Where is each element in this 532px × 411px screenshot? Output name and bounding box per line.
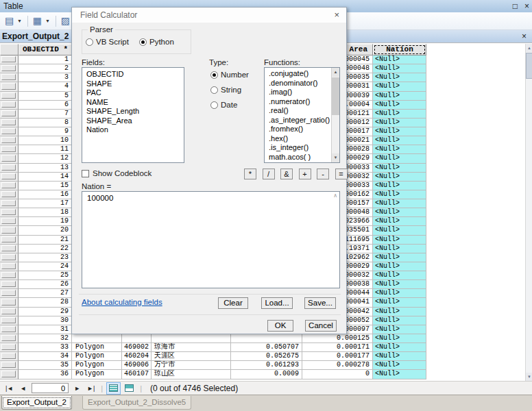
dialog-titlebar[interactable]: Field Calculator × <box>72 8 346 23</box>
cell-nation[interactable]: <Null> <box>373 245 426 253</box>
cell-nation[interactable]: <Null> <box>373 208 426 217</box>
row-selector[interactable] <box>0 64 19 73</box>
cell-nation[interactable]: <Null> <box>373 182 426 190</box>
cell-name[interactable] <box>152 334 231 343</box>
scroll-down-icon[interactable]: ▼ <box>332 153 339 162</box>
cell-shape[interactable] <box>72 334 122 343</box>
cell-pac[interactable] <box>122 334 152 343</box>
function-item[interactable]: .real() <box>265 106 332 116</box>
save-button[interactable]: Save... <box>304 297 336 309</box>
header-objectid[interactable]: OBJECTID * <box>19 44 72 55</box>
cell-objectid[interactable]: 16 <box>19 190 72 199</box>
cell-objectid[interactable]: 3 <box>19 73 72 82</box>
cell-pac[interactable]: 469006 <box>122 361 152 370</box>
cell-nation[interactable]: <Null> <box>373 119 426 127</box>
cell-objectid[interactable]: 28 <box>19 298 72 307</box>
equals-operator-button[interactable]: = <box>335 169 348 179</box>
cell-nation[interactable]: <Null> <box>373 343 426 352</box>
row-selector[interactable] <box>0 190 19 199</box>
cell-nation[interactable]: <Null> <box>373 73 426 82</box>
cell-nation[interactable]: <Null> <box>373 236 426 245</box>
maximize-icon[interactable]: □ <box>513 0 518 12</box>
cell-objectid[interactable]: 9 <box>19 127 72 136</box>
cell-nation[interactable]: <Null> <box>373 280 426 289</box>
multiply-operator-button[interactable]: * <box>244 169 256 179</box>
cell-objectid[interactable]: 25 <box>19 271 72 280</box>
cell-area[interactable]: 0.000125 <box>302 334 373 343</box>
cell-objectid[interactable]: 22 <box>19 245 72 253</box>
divide-operator-button[interactable]: / <box>263 169 275 179</box>
row-selector[interactable] <box>0 253 19 262</box>
vertical-scrollbar[interactable]: ▲ ▼ <box>525 44 532 381</box>
row-selector[interactable] <box>0 164 19 173</box>
show-all-records-button[interactable] <box>106 382 121 395</box>
sheet-tab-2[interactable]: Export_Output_2_Dissolve5 <box>82 396 191 410</box>
dialog-close-icon[interactable]: × <box>334 10 339 20</box>
field-item[interactable]: SHAPE <box>82 79 184 89</box>
cell-objectid[interactable]: 21 <box>19 236 72 245</box>
row-selector[interactable] <box>0 55 19 64</box>
last-record-button[interactable]: ►| <box>84 382 98 395</box>
cell-area[interactable]: 0.000177 <box>302 352 373 361</box>
row-selector[interactable] <box>0 154 19 163</box>
cell-area[interactable]: 0.000171 <box>302 343 373 352</box>
about-calculating-fields-link[interactable]: About calculating fields <box>82 298 162 306</box>
cell-name[interactable]: 万宁市 <box>152 361 231 370</box>
row-selector[interactable] <box>0 370 19 379</box>
row-selector[interactable] <box>0 92 19 101</box>
cell-objectid[interactable]: 27 <box>19 289 72 298</box>
current-record-input[interactable]: 0 <box>32 383 69 393</box>
field-item[interactable]: SHAPE_Area <box>82 116 184 126</box>
scroll-down-icon[interactable]: ▼ <box>526 373 532 381</box>
row-selector[interactable] <box>0 217 19 226</box>
cell-objectid[interactable]: 8 <box>19 119 72 127</box>
row-selector[interactable] <box>0 119 19 127</box>
cell-objectid[interactable]: 36 <box>19 370 72 379</box>
cell-name[interactable]: 天涯区 <box>152 352 231 361</box>
cell-objectid[interactable]: 32 <box>19 334 72 343</box>
cell-objectid[interactable]: 33 <box>19 343 72 352</box>
header-nation[interactable]: Nation <box>373 44 426 55</box>
row-selector[interactable] <box>0 271 19 280</box>
cancel-button[interactable]: Cancel <box>305 320 337 332</box>
cell-objectid[interactable]: 13 <box>19 164 72 173</box>
panel-close-icon[interactable]: × <box>522 32 527 41</box>
cell-nation[interactable]: <Null> <box>373 308 426 316</box>
cell-shape[interactable]: Polygon <box>72 370 122 379</box>
row-selector[interactable] <box>0 361 19 370</box>
row-selector[interactable] <box>0 73 19 82</box>
cell-objectid[interactable]: 11 <box>19 145 72 154</box>
cell-shape[interactable]: Polygon <box>72 352 122 361</box>
table-options-button[interactable]: ▤ ▼ <box>2 14 25 28</box>
row-selector[interactable] <box>0 289 19 298</box>
row-selector[interactable] <box>0 127 19 136</box>
cell-objectid[interactable]: 4 <box>19 82 72 91</box>
cell-name[interactable]: 琼山区 <box>152 370 231 379</box>
cell-objectid[interactable]: 31 <box>19 325 72 334</box>
function-item[interactable]: .fromhex() <box>265 125 332 134</box>
row-selector[interactable] <box>0 316 19 325</box>
ok-button[interactable]: OK <box>267 320 293 332</box>
cell-length[interactable]: 0.050707 <box>231 343 302 352</box>
parser-radio-python[interactable]: Python <box>139 38 174 46</box>
cell-objectid[interactable]: 10 <box>19 136 72 145</box>
dropdown-arrow-icon[interactable]: ▼ <box>15 18 24 23</box>
close-icon[interactable]: × <box>524 0 529 12</box>
row-selector[interactable] <box>0 226 19 235</box>
cell-nation[interactable]: <Null> <box>373 154 426 163</box>
cell-length[interactable] <box>231 334 302 343</box>
type-radio-date[interactable]: Date <box>210 101 249 109</box>
cell-pac[interactable]: 469002 <box>122 343 152 352</box>
cell-nation[interactable]: <Null> <box>373 325 426 334</box>
show-codeblock-checkbox[interactable] <box>82 170 89 177</box>
row-selector[interactable] <box>0 245 19 253</box>
plus-operator-button[interactable]: + <box>299 169 311 179</box>
function-item[interactable]: .as_integer_ratio() <box>265 116 332 125</box>
cell-nation[interactable]: <Null> <box>373 217 426 226</box>
load-button[interactable]: Load... <box>261 297 293 309</box>
cell-nation[interactable]: <Null> <box>373 145 426 154</box>
cell-shape[interactable]: Polygon <box>72 361 122 370</box>
type-radio-string[interactable]: String <box>210 86 249 94</box>
cell-objectid[interactable]: 23 <box>19 253 72 262</box>
cell-nation[interactable]: <Null> <box>373 136 426 145</box>
